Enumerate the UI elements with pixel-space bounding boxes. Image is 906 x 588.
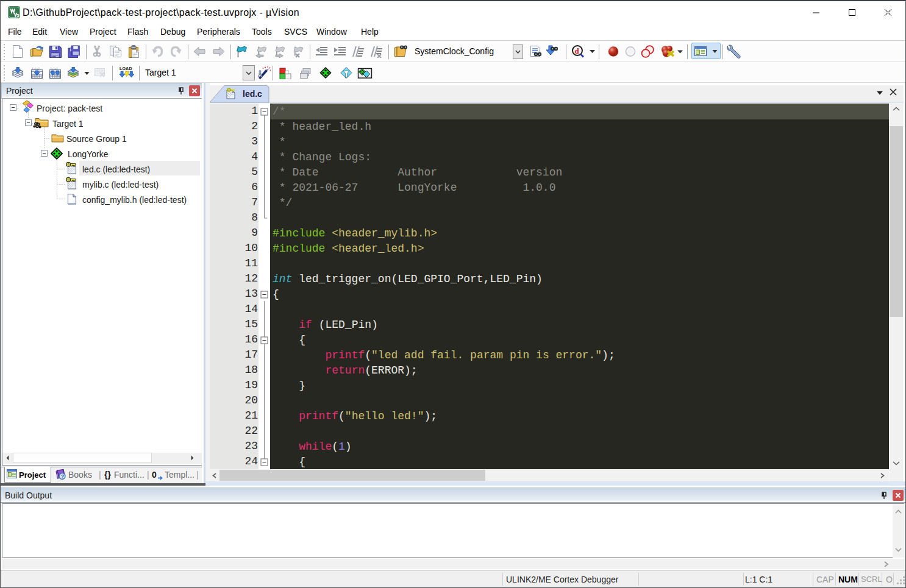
svg-text:d: d: [575, 46, 580, 55]
svg-text:1+1=2: 1+1=2: [50, 67, 58, 70]
svg-text:5: 5: [16, 13, 19, 18]
svg-text:?: ?: [61, 473, 65, 480]
svg-text:LOAD: LOAD: [119, 66, 132, 71]
svg-text:1+1=2: 1+1=2: [32, 67, 40, 70]
